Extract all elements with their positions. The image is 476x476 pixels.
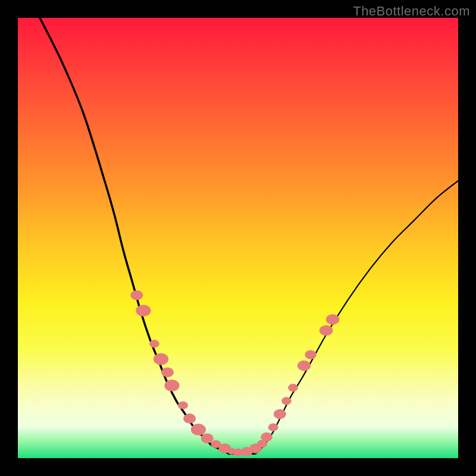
data-marker [320, 325, 333, 336]
data-marker [288, 384, 298, 392]
data-marker [154, 353, 168, 365]
right-curve-path [256, 181, 458, 454]
data-marker [130, 290, 143, 300]
data-marker [305, 350, 317, 359]
data-markers [130, 290, 339, 456]
data-marker [298, 361, 311, 371]
data-marker [149, 340, 159, 347]
watermark-label: TheBottleneck.com [353, 4, 470, 19]
data-marker [161, 367, 174, 377]
plot-area [18, 18, 458, 458]
data-marker [326, 314, 339, 325]
data-marker [274, 409, 286, 419]
data-marker [281, 397, 292, 405]
curve-layer [18, 18, 458, 458]
data-marker [191, 424, 206, 436]
data-marker [268, 424, 278, 431]
chart-stage: TheBottleneck.com [0, 0, 476, 476]
data-marker [178, 402, 188, 409]
data-marker [261, 433, 273, 441]
data-marker [201, 433, 214, 443]
left-curve-path [40, 18, 229, 454]
data-marker [183, 414, 196, 424]
data-marker [164, 380, 179, 392]
data-marker [136, 305, 151, 317]
